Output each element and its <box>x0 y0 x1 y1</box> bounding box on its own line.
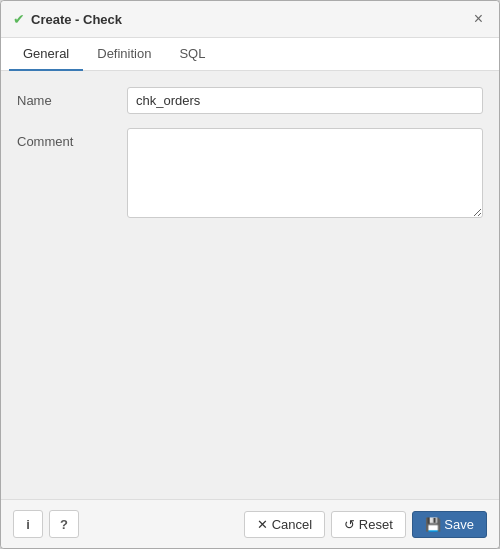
tab-definition[interactable]: Definition <box>83 38 165 71</box>
comment-textarea[interactable] <box>127 128 483 218</box>
tab-sql[interactable]: SQL <box>165 38 219 71</box>
close-button[interactable]: × <box>470 9 487 29</box>
dialog-title: Create - Check <box>31 12 122 27</box>
create-check-dialog: ✔ Create - Check × General Definition SQ… <box>0 0 500 549</box>
comment-row: Comment <box>17 128 483 221</box>
cancel-button[interactable]: ✕ Cancel <box>244 511 325 538</box>
save-button[interactable]: 💾 Save <box>412 511 487 538</box>
tab-content: Name Comment <box>1 71 499 499</box>
info-button[interactable]: i <box>13 510 43 538</box>
footer-right-buttons: ✕ Cancel ↺ Reset 💾 Save <box>244 511 487 538</box>
name-row: Name <box>17 87 483 114</box>
name-label: Name <box>17 87 127 108</box>
name-field-container <box>127 87 483 114</box>
comment-label: Comment <box>17 128 127 149</box>
title-left: ✔ Create - Check <box>13 11 122 27</box>
tab-general[interactable]: General <box>9 38 83 71</box>
reset-button[interactable]: ↺ Reset <box>331 511 406 538</box>
footer-left-buttons: i ? <box>13 510 79 538</box>
tab-bar: General Definition SQL <box>1 38 499 71</box>
help-button[interactable]: ? <box>49 510 79 538</box>
title-bar: ✔ Create - Check × <box>1 1 499 38</box>
dialog-footer: i ? ✕ Cancel ↺ Reset 💾 Save <box>1 499 499 548</box>
comment-field-container <box>127 128 483 221</box>
check-icon: ✔ <box>13 11 25 27</box>
name-input[interactable] <box>127 87 483 114</box>
